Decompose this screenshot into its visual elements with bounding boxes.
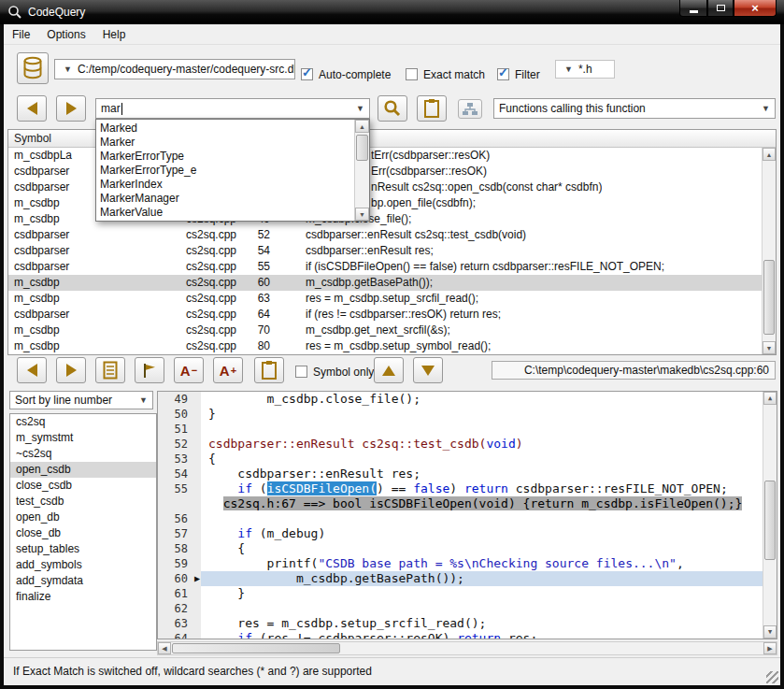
previous-match-button[interactable] xyxy=(374,357,404,383)
scrollbar-thumb[interactable] xyxy=(764,481,776,560)
menu-item-help[interactable]: Help xyxy=(94,24,135,44)
code-line[interactable]: 54 csdbparser::enResult res; xyxy=(158,467,777,481)
dropdown-scrollbar[interactable]: ▲ ▼ xyxy=(354,120,369,221)
autocomplete-option[interactable]: MarkerIndex xyxy=(96,178,354,192)
function-list-item[interactable]: open_csdb xyxy=(10,462,156,478)
copy-line-button[interactable] xyxy=(254,357,284,383)
font-larger-button[interactable]: A+ xyxy=(213,357,243,383)
result-row[interactable]: csdbparsercs2sq.cpp55if (isCSDBFileOpen(… xyxy=(8,259,776,275)
code-segment: false xyxy=(413,481,449,495)
code-line[interactable]: 50} xyxy=(158,407,777,422)
scrollbar-thumb[interactable] xyxy=(763,260,775,335)
preview-cell: Err(csdbparser::resOK) xyxy=(371,164,487,179)
code-text: { xyxy=(201,541,777,556)
database-path-combo[interactable]: ▼ C:/temp/codequery-master/codequery-src… xyxy=(54,59,295,79)
menu-item-file[interactable]: File xyxy=(4,24,38,44)
code-line[interactable]: 49 m_csdbp.close_file(); xyxy=(158,392,777,407)
result-row[interactable]: csdbparsercs2sq.cpp52csdbparser::enResul… xyxy=(8,227,776,243)
function-list-item[interactable]: m_symstmt xyxy=(10,430,156,446)
open-database-button[interactable] xyxy=(17,52,49,84)
search-value: mar xyxy=(101,102,121,115)
code-line[interactable]: 64 if (res != csdbparser::resOK) return … xyxy=(158,631,777,639)
scroll-left-button[interactable]: ◀ xyxy=(158,642,171,654)
mark-line-button[interactable] xyxy=(135,357,164,383)
result-row[interactable]: m_csdbpcs2sq.cpp63res = m_csdbp.setup_sr… xyxy=(8,291,776,307)
function-list-item[interactable]: open_db xyxy=(10,510,156,525)
open-in-editor-button[interactable] xyxy=(95,357,125,383)
symbol-only-checkbox[interactable]: ✓ xyxy=(295,366,307,378)
forward-button[interactable] xyxy=(56,95,86,122)
search-button[interactable] xyxy=(378,95,407,122)
maximize-button[interactable] xyxy=(707,0,734,17)
autocomplete-option[interactable]: MarkerErrorType xyxy=(96,150,354,164)
code-horizontal-scrollbar[interactable]: ◀ ▶ xyxy=(157,641,777,655)
autocomplete-checkbox[interactable]: ✓ xyxy=(301,68,313,80)
title-bar[interactable]: CodeQuery × xyxy=(0,0,784,24)
code-line[interactable]: cs2sq.h:67 ==> bool isCSDBFileOpen(void)… xyxy=(158,496,777,511)
result-row[interactable]: m_csdbpcs2sq.cpp80res = m_csdbp.setup_sy… xyxy=(8,338,776,354)
function-list-item[interactable]: setup_tables xyxy=(10,541,156,557)
scroll-down-button[interactable]: ▼ xyxy=(763,341,776,354)
back-button[interactable] xyxy=(17,95,47,122)
code-line[interactable]: 52csdbparser::enResult cs2sq::test_csdb(… xyxy=(158,437,777,452)
code-text xyxy=(201,511,777,526)
menu-item-options[interactable]: Options xyxy=(38,24,93,44)
function-list-item[interactable]: ~cs2sq xyxy=(10,446,156,462)
autocomplete-option[interactable]: Marked xyxy=(96,122,354,136)
code-vertical-scrollbar[interactable]: ▲ ▼ xyxy=(763,392,777,639)
function-list-item[interactable]: test_csdb xyxy=(10,494,156,510)
sort-mode-combo[interactable]: Sort by line number ▼ xyxy=(9,391,153,409)
code-line[interactable]: 55 if (isCSDBFileOpen() == false) return… xyxy=(158,481,777,496)
search-input[interactable]: mar ▼ xyxy=(95,98,370,119)
scrollbar-thumb[interactable] xyxy=(356,135,368,161)
code-line[interactable]: 51 xyxy=(158,422,777,437)
code-line[interactable]: 53{ xyxy=(158,452,777,467)
function-list-item[interactable]: finalize xyxy=(10,589,156,605)
viewer-forward-button[interactable] xyxy=(56,357,86,383)
scrollbar-thumb[interactable] xyxy=(172,643,340,653)
viewer-back-button[interactable] xyxy=(17,357,47,383)
autocomplete-option[interactable]: MarkerManager xyxy=(96,192,354,206)
code-line[interactable]: 57 if (m_debug) xyxy=(158,526,777,541)
code-line[interactable]: 59 printf("CSDB base path = %s\nChecking… xyxy=(158,556,777,571)
query-type-combo[interactable]: Functions calling this function ▼ xyxy=(493,98,776,119)
function-list-item[interactable]: add_symbols xyxy=(10,557,156,573)
next-match-button[interactable] xyxy=(413,357,443,383)
scroll-up-button[interactable]: ▲ xyxy=(763,392,777,405)
code-line[interactable]: 63 res = m_csdbp.setup_srcfil_read(); xyxy=(158,616,777,631)
function-list-item[interactable]: add_symdata xyxy=(10,573,156,589)
result-row[interactable]: m_csdbpcs2sq.cpp60m_csdbp.getBasePath())… xyxy=(8,275,776,291)
scroll-down-button[interactable]: ▼ xyxy=(355,208,369,221)
code-line[interactable]: 60▶ m_csdbp.getBasePath()); xyxy=(158,571,777,586)
code-line[interactable]: 56 xyxy=(158,511,777,526)
code-line[interactable]: 58 { xyxy=(158,541,777,556)
font-smaller-button[interactable]: A− xyxy=(174,357,204,383)
up-arrow-icon xyxy=(382,366,395,376)
function-list-item[interactable]: close_db xyxy=(10,525,156,541)
resize-grip[interactable] xyxy=(766,671,778,683)
scroll-down-button[interactable]: ▼ xyxy=(763,625,777,639)
results-vertical-scrollbar[interactable]: ▲ ▼ xyxy=(762,148,776,354)
scroll-right-button[interactable]: ▶ xyxy=(763,642,777,654)
exact-match-checkbox[interactable]: ✓ xyxy=(406,68,418,80)
result-row[interactable]: csdbparsercs2sq.cpp64if (res != csdbpars… xyxy=(8,307,776,323)
code-segment: csdbparser::enResult res; xyxy=(208,467,421,481)
filter-checkbox[interactable]: ✓ xyxy=(497,68,509,80)
code-line[interactable]: 62 xyxy=(158,601,777,616)
minimize-button[interactable] xyxy=(679,0,707,17)
result-row[interactable]: csdbparsercs2sq.cpp54csdbparser::enResul… xyxy=(8,243,776,259)
close-button[interactable]: × xyxy=(734,0,777,17)
code-line[interactable]: 61 } xyxy=(158,586,777,601)
autocomplete-option[interactable]: MarkerErrorType_e xyxy=(96,164,354,178)
autocomplete-option[interactable]: Marker xyxy=(96,136,354,150)
symbol-column-header[interactable]: Symbol xyxy=(8,130,102,147)
result-row[interactable]: m_csdbpcs2sq.cpp70m_csdbp.get_next_srcfi… xyxy=(8,323,776,338)
autocomplete-option[interactable]: MarkerValue xyxy=(96,206,354,220)
scroll-up-button[interactable]: ▲ xyxy=(355,120,369,133)
graph-view-button[interactable] xyxy=(458,99,482,119)
function-list-item[interactable]: cs2sq xyxy=(10,414,156,430)
copy-results-button[interactable] xyxy=(417,95,447,122)
scroll-up-button[interactable]: ▲ xyxy=(763,148,776,161)
filter-pattern-combo[interactable]: ▼ *.h xyxy=(555,60,615,79)
function-list-item[interactable]: close_csdb xyxy=(10,478,156,494)
